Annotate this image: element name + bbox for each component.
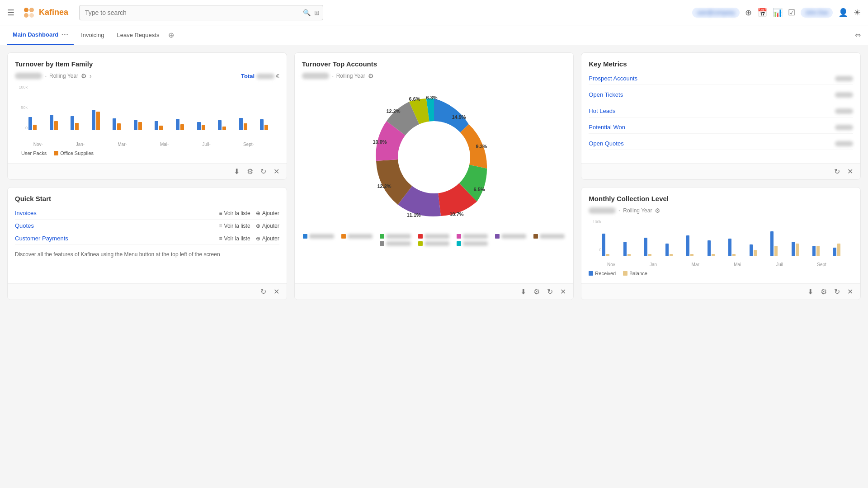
legend-received: Received xyxy=(589,271,616,276)
quick-start-link[interactable]: Invoices xyxy=(15,210,219,216)
donut-legend-item xyxy=(380,241,411,246)
add-button[interactable]: ⊕Ajouter xyxy=(256,210,279,216)
balance-bar xyxy=(670,254,673,256)
donut-legend-dot xyxy=(457,234,461,239)
add-icon[interactable]: ⊕ xyxy=(745,8,752,18)
monthly-bar-chart xyxy=(589,220,853,256)
close-icon[interactable]: ✕ xyxy=(847,287,853,296)
tab-main-dashboard[interactable]: Main Dashboard ⋯ xyxy=(7,25,74,45)
close-icon[interactable]: ✕ xyxy=(274,167,279,176)
balance-bar xyxy=(774,246,778,256)
donut-legend-item xyxy=(303,234,334,239)
view-list-button[interactable]: ≡Voir la liste xyxy=(219,210,250,216)
checklist-icon[interactable]: ☑ xyxy=(788,8,795,18)
user-icon[interactable]: 👤 xyxy=(838,8,848,18)
view-list-button[interactable]: ≡Voir la liste xyxy=(219,223,250,229)
refresh-icon[interactable]: ↻ xyxy=(547,287,553,296)
view-list-button[interactable]: ≡Voir la liste xyxy=(219,235,250,242)
bar-orange xyxy=(138,122,142,130)
search-bar[interactable]: 🔍 ⊞ xyxy=(79,5,323,20)
quick-start-row: Customer Payments≡Voir la liste⊕Ajouter xyxy=(15,232,279,245)
donut-legend-dot xyxy=(380,234,384,239)
refresh-icon[interactable]: ↻ xyxy=(834,287,840,296)
expand-icon[interactable]: ⇔ xyxy=(855,31,861,39)
turnover-filter-row: - Rolling Year ⚙ › Total € xyxy=(15,72,279,80)
tab-options-icon[interactable]: ⋯ xyxy=(61,30,68,39)
username-pill: John Doe xyxy=(801,8,833,18)
settings-footer-icon[interactable]: ⚙ xyxy=(821,287,827,296)
donut-legend-label xyxy=(386,234,411,239)
monthly-bar-group xyxy=(812,246,832,256)
filter-blur xyxy=(15,73,42,79)
donut-legend-label xyxy=(540,234,565,239)
download-icon[interactable]: ⬇ xyxy=(807,287,813,296)
monthly-collection-title: Monthly Collection Level xyxy=(589,195,853,202)
key-metrics-footer: ↻ ✕ xyxy=(581,163,860,179)
metric-link[interactable]: Open Tickets xyxy=(589,91,623,98)
download-icon[interactable]: ⬇ xyxy=(520,287,526,296)
accounts-settings-icon[interactable]: ⚙ xyxy=(368,72,374,80)
monthly-x-labels: Nov-Jan-Mar-Mai-Juil-Sept- xyxy=(589,262,853,267)
donut-legend-label xyxy=(463,234,488,239)
download-icon[interactable]: ⬇ xyxy=(234,167,240,176)
y-axis: 100k 50k 0 xyxy=(15,85,28,130)
monthly-bar-group xyxy=(665,244,685,256)
svg-text:10.0%: 10.0% xyxy=(373,139,387,145)
search-icon[interactable]: 🔍 xyxy=(303,9,311,16)
quick-start-row: Invoices≡Voir la liste⊕Ajouter xyxy=(15,207,279,220)
refresh-icon[interactable]: ↻ xyxy=(834,167,840,176)
metric-link[interactable]: Open Quotes xyxy=(589,140,623,147)
close-icon[interactable]: ✕ xyxy=(274,287,279,296)
tab-label: Main Dashboard xyxy=(13,31,58,38)
close-icon[interactable]: ✕ xyxy=(847,167,853,176)
bar-group xyxy=(218,120,237,130)
refresh-icon[interactable]: ↻ xyxy=(260,287,266,296)
theme-icon[interactable]: ☀ xyxy=(854,8,861,18)
add-tab-icon[interactable]: ⊕ xyxy=(168,31,174,39)
search-input[interactable] xyxy=(79,5,323,20)
bar-chart xyxy=(15,85,279,130)
monthly-chart-container: 100k 0 xyxy=(589,220,853,260)
settings-icon[interactable]: ⚙ xyxy=(81,72,87,80)
monthly-collection-footer: ⬇ ⚙ ↻ ✕ xyxy=(581,283,860,300)
logo: Kafinea xyxy=(22,5,68,20)
accounts-card-footer: ⬇ ⚙ ↻ ✕ xyxy=(295,283,574,300)
advanced-search-icon[interactable]: ⊞ xyxy=(314,9,320,16)
bar-orange xyxy=(75,123,79,130)
svg-text:12.2%: 12.2% xyxy=(386,108,400,114)
add-button[interactable]: ⊕Ajouter xyxy=(256,235,279,242)
bar-chart-container: 100k 50k 0 xyxy=(15,85,279,139)
settings-footer-icon[interactable]: ⚙ xyxy=(533,287,540,296)
calendar-icon[interactable]: 📅 xyxy=(757,8,767,18)
metric-link[interactable]: Hot Leads xyxy=(589,108,615,114)
donut-legend-item xyxy=(457,241,488,246)
x-label xyxy=(218,142,237,147)
monthly-period: Rolling Year xyxy=(623,207,652,214)
monthly-x-label xyxy=(792,262,811,267)
tab-invoicing[interactable]: Invoicing xyxy=(75,25,109,45)
analytics-icon[interactable]: 📊 xyxy=(773,8,783,18)
expand-arrow[interactable]: › xyxy=(90,72,92,80)
x-label xyxy=(260,142,279,147)
received-bar xyxy=(770,231,774,256)
settings-footer-icon[interactable]: ⚙ xyxy=(247,167,253,176)
monthly-legend: Received Balance xyxy=(589,271,853,276)
currency-symbol: € xyxy=(276,73,279,80)
close-icon[interactable]: ✕ xyxy=(560,287,566,296)
add-button[interactable]: ⊕Ajouter xyxy=(256,223,279,229)
metric-link[interactable]: Prospect Accounts xyxy=(589,75,637,82)
tab-leave-requests[interactable]: Leave Requests xyxy=(111,25,165,45)
refresh-icon[interactable]: ↻ xyxy=(260,167,266,176)
quick-start-link[interactable]: Quotes xyxy=(15,222,219,229)
svg-point-4 xyxy=(398,121,470,193)
legend-balance: Balance xyxy=(623,271,647,276)
balance-bar xyxy=(732,254,736,256)
monthly-settings-icon[interactable]: ⚙ xyxy=(655,207,660,214)
quick-start-link[interactable]: Customer Payments xyxy=(15,235,219,242)
received-bar xyxy=(833,248,836,256)
monthly-bar-group xyxy=(686,235,706,256)
bar-group xyxy=(155,121,174,130)
metric-link[interactable]: Potential Won xyxy=(589,124,625,131)
menu-icon[interactable]: ☰ xyxy=(7,8,14,18)
accounts-filter-row: - Rolling Year ⚙ xyxy=(302,72,566,80)
